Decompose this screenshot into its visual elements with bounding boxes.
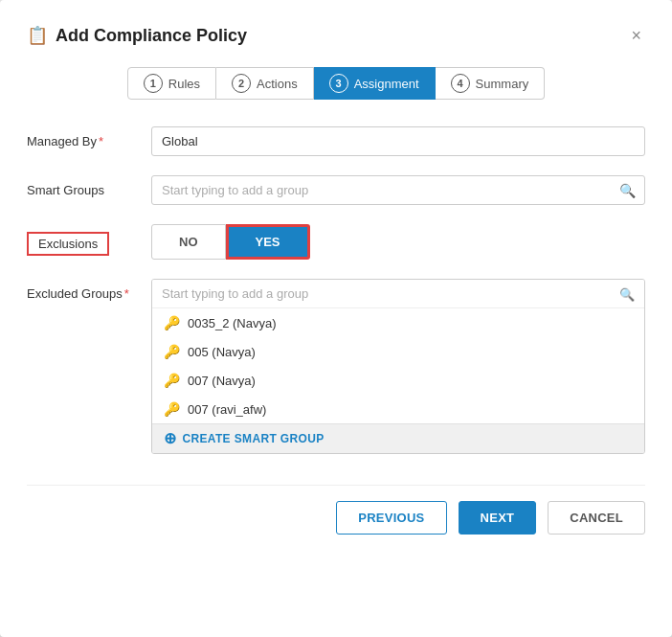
step-summary[interactable]: 4 Summary <box>436 67 546 100</box>
form-section: Managed By* Smart Groups 🔍 Exclusion <box>27 126 645 454</box>
step-num-actions: 2 <box>232 74 251 93</box>
close-button[interactable]: × <box>627 23 645 48</box>
previous-button[interactable]: PREVIOUS <box>336 501 446 535</box>
managed-by-row: Managed By* <box>27 126 645 156</box>
exclusions-toggle: NO YES <box>151 224 645 260</box>
excluded-groups-list: 🔑 0035_2 (Navya) 🔑 005 (Navya) 🔑 007 (Na… <box>152 308 644 423</box>
smart-groups-input[interactable] <box>151 175 645 205</box>
step-num-rules: 1 <box>144 74 163 93</box>
steps-bar: 1 Rules 2 Actions 3 Assignment 4 Summary <box>27 67 645 100</box>
step-actions[interactable]: 2 Actions <box>216 67 314 100</box>
step-label-summary: Summary <box>476 77 529 91</box>
managed-by-required: * <box>99 134 103 148</box>
create-smart-group-button[interactable]: ⊕ CREATE SMART GROUP <box>152 423 644 453</box>
group-icon: 🔑 <box>164 315 180 330</box>
list-item[interactable]: 🔑 0035_2 (Navya) <box>152 308 644 337</box>
list-item[interactable]: 🔑 007 (ravi_afw) <box>152 395 644 423</box>
group-name: 007 (Navya) <box>188 374 256 388</box>
managed-by-input[interactable] <box>151 126 645 156</box>
step-label-rules: Rules <box>168 77 200 91</box>
step-num-summary: 4 <box>451 74 470 93</box>
create-plus-icon: ⊕ <box>164 431 176 446</box>
modal-title-row: 📋 Add Compliance Policy <box>27 25 247 46</box>
list-item[interactable]: 🔑 007 (Navya) <box>152 366 644 395</box>
modal-header: 📋 Add Compliance Policy × <box>27 23 645 48</box>
smart-groups-label: Smart Groups <box>27 175 151 197</box>
create-smart-group-label: CREATE SMART GROUP <box>182 432 324 445</box>
exclusions-yes-button[interactable]: YES <box>226 224 310 260</box>
step-num-assignment: 3 <box>329 74 348 93</box>
group-name: 007 (ravi_afw) <box>188 402 266 417</box>
step-rules[interactable]: 1 Rules <box>127 67 216 100</box>
smart-groups-control: 🔍 <box>151 175 645 205</box>
managed-by-control <box>151 126 645 156</box>
exclusions-no-button[interactable]: NO <box>151 224 226 260</box>
next-button[interactable]: NEXT <box>459 501 537 535</box>
excluded-groups-row: Excluded Groups* 🔍 🔑 0035_2 (Navya) <box>27 279 645 454</box>
exclusions-control: NO YES <box>151 224 645 260</box>
group-name: 005 (Navya) <box>188 345 256 359</box>
step-assignment[interactable]: 3 Assignment <box>314 67 436 100</box>
cancel-button[interactable]: CANCEL <box>548 501 645 535</box>
exclusions-row: Exclusions NO YES <box>27 224 645 260</box>
exclusions-label-box: Exclusions <box>27 232 109 256</box>
group-name: 0035_2 (Navya) <box>188 316 277 330</box>
step-label-assignment: Assignment <box>354 77 419 91</box>
smart-groups-input-wrap: 🔍 <box>151 175 645 205</box>
step-label-actions: Actions <box>257 77 298 91</box>
modal-footer: PREVIOUS NEXT CANCEL <box>27 485 645 535</box>
list-item[interactable]: 🔑 005 (Navya) <box>152 337 644 366</box>
excluded-groups-label: Excluded Groups* <box>27 279 151 301</box>
excluded-groups-required: * <box>124 286 129 301</box>
group-icon: 🔑 <box>164 344 180 359</box>
excluded-groups-search-input[interactable] <box>152 280 644 307</box>
excluded-groups-search-wrap: 🔍 <box>152 280 644 308</box>
exclusions-label: Exclusions <box>38 237 98 251</box>
exclusions-label-wrap: Exclusions <box>27 224 151 256</box>
group-icon: 🔑 <box>164 373 180 388</box>
excluded-groups-dropdown: 🔍 🔑 0035_2 (Navya) 🔑 005 (Navya) 🔑 <box>151 279 645 454</box>
group-icon: 🔑 <box>164 401 180 417</box>
modal-title: Add Compliance Policy <box>56 26 247 46</box>
excluded-groups-control: 🔍 🔑 0035_2 (Navya) 🔑 005 (Navya) 🔑 <box>151 279 645 454</box>
modal-container: 📋 Add Compliance Policy × 1 Rules 2 Acti… <box>0 0 672 637</box>
managed-by-label: Managed By* <box>27 126 151 148</box>
smart-groups-row: Smart Groups 🔍 <box>27 175 645 205</box>
policy-icon: 📋 <box>27 25 48 46</box>
